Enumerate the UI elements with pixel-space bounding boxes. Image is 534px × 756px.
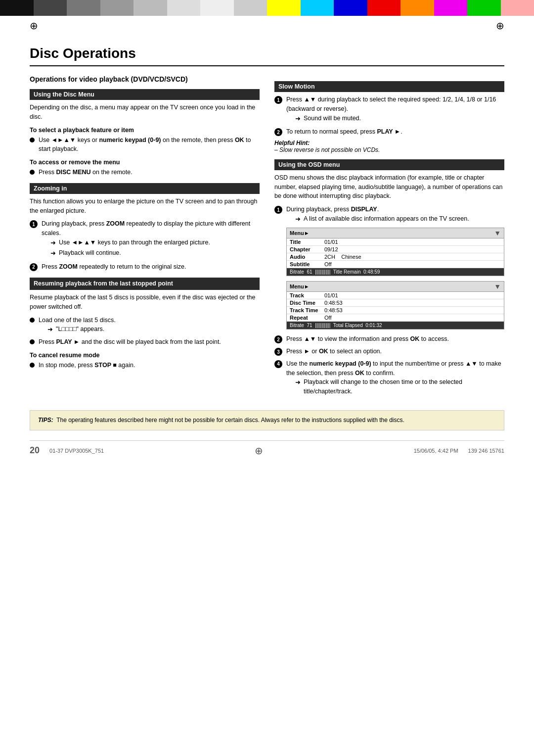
slow-motion-arrow1: ➜ Sound will be muted.: [286, 114, 504, 124]
slow-motion-step1: 1 Press ▲▼ during playback to select the…: [274, 95, 504, 124]
helpful-hint: Helpful Hint: – Slow reverse is not poss…: [274, 140, 504, 153]
zoom-arrow2: ➜ Playback will continue.: [42, 248, 260, 258]
osd-menu1-header-label: Menu: [290, 230, 304, 236]
arrow-symbol-5: ➜: [295, 214, 301, 224]
arrow-symbol-4: ➜: [295, 114, 301, 124]
footer-code-left: 01-37 DVP3005K_751: [49, 448, 104, 454]
osd-menu2-header-label: Menu: [290, 284, 304, 289]
bar-blue: [334, 0, 367, 16]
osd-step3-circle: 3: [274, 348, 282, 356]
osd-menu2-label-tracktime: Track Time: [290, 307, 324, 313]
osd-menu2-row-track: Track 01/01: [287, 292, 504, 299]
tips-text: The operating features described here mi…: [56, 417, 404, 424]
osd-menu1-label-audio: Audio: [290, 254, 324, 260]
arrow-symbol-6: ➜: [295, 378, 301, 387]
osd-menu1-value-title: 01/01: [324, 239, 501, 245]
disc-menu-sub1-title: To select a playback feature or item: [30, 127, 260, 134]
step2-circle: 2: [30, 263, 38, 271]
osd-step1-text: During playback, press DISPLAY. ➜ A list…: [286, 205, 469, 225]
osd-menu1-label-subtitle: Subtitle: [290, 261, 324, 267]
bar-white: [200, 0, 234, 16]
zooming-step2-text: Press ZOOM repeatedly to return to the o…: [42, 262, 186, 272]
osd-menu1-row-chapter: Chapter 09/12: [287, 246, 504, 253]
zooming-intro: This function allows you to enlarge the …: [30, 197, 260, 216]
zoom-arrow2-text: Playback will continue.: [59, 248, 121, 258]
tips-box: TIPS: The operating features described h…: [30, 410, 504, 430]
slow-motion-section-header: Slow Motion: [274, 81, 504, 92]
osd-step2: 2 Press ▲▼ to view the information and p…: [274, 334, 504, 344]
main-content: Operations for video playback (DVD/VCD/S…: [30, 75, 504, 400]
osd-menu1-value-chapter: 09/12: [324, 246, 501, 252]
step1-circle: 1: [30, 220, 38, 228]
page-footer: 20 01-37 DVP3005K_751 ⊕ 15/06/05, 4:42 P…: [30, 440, 504, 457]
helpful-hint-label: Helpful Hint:: [274, 140, 310, 146]
resuming-arrow1-text: "L□□□□" appears.: [56, 325, 104, 334]
header-bars-left: [0, 0, 267, 16]
osd-menu1-row-audio: Audio 2CH Chinese: [287, 253, 504, 261]
crosshair-row: ⊕ ⊕: [30, 21, 504, 31]
osd-menu1-scroll: ▼: [494, 229, 501, 237]
osd-menu2-row-tracktime: Track Time 0:48:53: [287, 307, 504, 314]
osd-step4-arrow: ➜ Playback will change to the chosen tim…: [286, 378, 504, 396]
cancel-resume-bullet: In stop mode, press STOP ■ again.: [30, 361, 260, 370]
resuming-arrow1: ➜ "L□□□□" appears.: [39, 325, 116, 334]
helpful-hint-dash: –: [274, 146, 278, 153]
bullet-circle-5: [30, 363, 35, 368]
resuming-bullet2-text: Press PLAY ► and the disc will be played…: [39, 337, 221, 347]
disc-menu-sub2-title: To access or remove the menu: [30, 159, 260, 166]
resuming-bullet1-text: Load one of the last 5 discs. ➜ "L□□□□" …: [39, 316, 116, 335]
osd-step1-arrow-text: A list of available disc information app…: [304, 214, 469, 224]
bar-red: [367, 0, 401, 16]
osd-step2-circle: 2: [274, 335, 282, 343]
osd-step1-circle: 1: [274, 206, 282, 214]
crosshair-left-icon: ⊕: [30, 21, 38, 31]
osd-step1: 1 During playback, press DISPLAY. ➜ A li…: [274, 205, 504, 225]
resuming-bullet1: Load one of the last 5 discs. ➜ "L□□□□" …: [30, 316, 260, 335]
slow-motion-step1-text: Press ▲▼ during playback to select the r…: [286, 95, 504, 124]
bar-near-white: [234, 0, 267, 16]
bar-orange: [400, 0, 434, 16]
cancel-resume-title: To cancel resume mode: [30, 352, 260, 359]
bullet-circle-3: [30, 318, 35, 323]
osd-menu2-header: Menu ► ▼: [287, 282, 504, 292]
osd-step4: 4 Use the numeric keypad (0-9) to input …: [274, 359, 504, 397]
osd-menu-table-2: Menu ► ▼ Track 01/01 Disc Time 0:48:53 T…: [286, 281, 504, 330]
osd-menu1-label-chapter: Chapter: [290, 246, 324, 252]
zooming-step2: 2 Press ZOOM repeatedly to return to the…: [30, 262, 260, 272]
slow-motion-step2-text: To return to normal speed, press PLAY ►.: [286, 127, 402, 137]
osd-menu1-header-icon: ►: [304, 230, 310, 236]
osd-menu2-value-disctime: 0:48:53: [324, 300, 501, 306]
arrow-symbol-1: ➜: [50, 238, 56, 248]
crosshair-right-icon: ⊕: [496, 21, 504, 31]
bullet-circle-2: [30, 170, 35, 175]
zooming-section-header: Zooming in: [30, 183, 260, 194]
bar-green: [467, 0, 501, 16]
osd-menu1-value-subtitle: Off: [324, 261, 501, 267]
osd-menu-intro: OSD menu shows the disc playback informa…: [274, 173, 504, 201]
osd-menu2-label-repeat: Repeat: [290, 315, 324, 321]
right-column: Slow Motion 1 Press ▲▼ during playback t…: [274, 75, 504, 400]
osd-menu2-row-disctime: Disc Time 0:48:53: [287, 299, 504, 307]
osd-menu2-row-repeat: Repeat Off: [287, 314, 504, 322]
bar-light-gray: [100, 0, 134, 16]
page-title: Disc Operations: [30, 46, 504, 66]
arrow-symbol-2: ➜: [50, 248, 56, 258]
osd-step1-arrow: ➜ A list of available disc information a…: [286, 214, 469, 224]
zoom-arrow1-text: Use ◄►▲▼ keys to pan through the enlarge…: [59, 238, 210, 247]
osd-menu-table-1: Menu ► ▼ Title 01/01 Chapter 09/12 Audio…: [286, 228, 504, 276]
footer-left: 20 01-37 DVP3005K_751: [30, 445, 104, 456]
zoom-arrow1: ➜ Use ◄►▲▼ keys to pan through the enlar…: [42, 238, 260, 248]
osd-menu1-value-audio: 2CH Chinese: [324, 254, 501, 260]
sm-step2-circle: 2: [274, 128, 282, 136]
disc-menu-bullet2: Press DISC MENU on the remote.: [30, 168, 260, 177]
osd-menu2-footer-text: Bitrate 71 |||||||||||| Total Elapsed 0:…: [290, 323, 382, 328]
footer-right: 15/06/05, 4:42 PM 139 246 15761: [414, 448, 504, 454]
bar-yellow: [267, 0, 301, 16]
osd-menu1-footer: Bitrate 61 |||||||||||| Title Remain 0:4…: [287, 268, 504, 276]
osd-step4-text: Use the numeric keypad (0-9) to input th…: [286, 359, 504, 397]
bar-pink: [501, 0, 534, 16]
slow-motion-step2: 2 To return to normal speed, press PLAY …: [274, 127, 504, 137]
helpful-hint-text: Slow reverse is not possible on VCDs.: [279, 146, 380, 153]
disc-menu-bullet1: Use ◄►▲▼ keys or numeric keypad (0-9) on…: [30, 136, 260, 154]
slow-motion-arrow1-text: Sound will be muted.: [304, 114, 361, 123]
